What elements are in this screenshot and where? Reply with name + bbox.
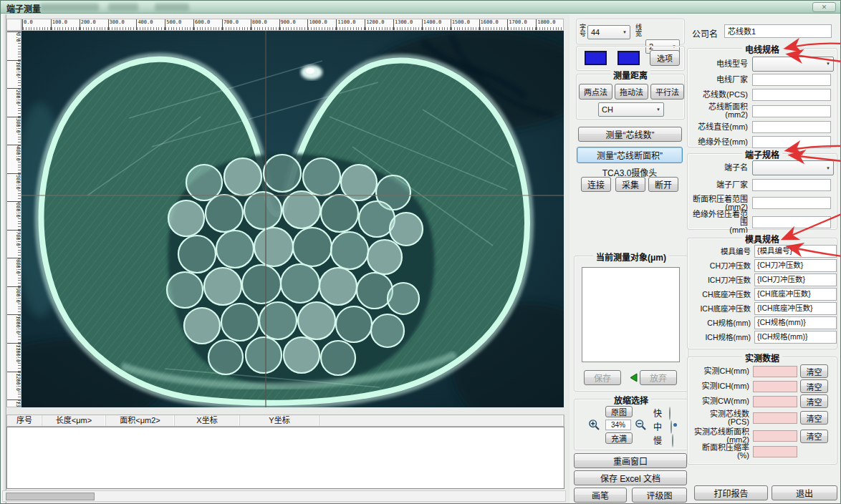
two-point-method-button[interactable]: 两点法	[579, 84, 612, 100]
color-swatch-1[interactable]	[585, 51, 607, 65]
mold-spec-label: 模具编号	[691, 248, 754, 256]
wire-spec-field[interactable]	[752, 74, 831, 86]
wire-spec-rows: 电线型号▼电线厂家芯线数(PCS)芯线断面积 (mm2)芯线直径(mm)绝缘外径…	[691, 55, 835, 149]
measured-field[interactable]	[753, 396, 797, 407]
wire-spec-field[interactable]	[752, 121, 831, 133]
ruler-tick: 200.0	[80, 19, 108, 30]
current-object-title: 当前测量对象(μm)	[593, 251, 669, 263]
save-button[interactable]: 保存	[584, 370, 621, 385]
zoom-in-icon[interactable]	[588, 419, 600, 431]
terminal-spec-field[interactable]	[752, 197, 831, 209]
font-size-dropdown[interactable]: 44 ▼	[587, 25, 630, 39]
measured-field[interactable]	[753, 430, 797, 442]
ruler-tick: 800.0	[251, 19, 279, 30]
results-table-header: 序号长度<μm>面积<μm2>X坐标Y坐标	[6, 415, 564, 427]
chevron-down-icon: ▼	[653, 107, 663, 112]
ruler-tick: 1400.0	[422, 19, 451, 30]
print-report-button[interactable]: 打印报告	[694, 485, 768, 500]
redraw-window-button[interactable]: 重画窗口	[574, 453, 687, 468]
speed-fast-label: 快	[653, 407, 662, 419]
measured-label: 实测CH(mm)	[691, 367, 753, 375]
wire-spec-field[interactable]	[752, 136, 831, 148]
capture-button[interactable]: 采集	[615, 177, 645, 192]
mold-spec-row: ICH规格(mm){ICH规格(mm)}	[691, 330, 835, 344]
terminal-spec-group: 端子规格 端子名▼端子厂家断面积压着范围 (mm2)绝缘外径压着范围 (mm)	[687, 153, 837, 230]
terminal-spec-dropdown[interactable]: ▼	[752, 160, 834, 175]
clear-button[interactable]: 清空	[800, 394, 828, 408]
mold-spec-row: ICH刀冲压数{ICH刀冲压数}	[691, 273, 835, 287]
wire-spec-label: 电线厂家	[691, 76, 752, 84]
exit-button[interactable]: 退出	[772, 485, 837, 500]
mold-spec-field[interactable]: {CH底座冲压数}	[754, 288, 837, 301]
parallel-method-button[interactable]: 平行法	[650, 84, 684, 100]
redacted-text	[155, 4, 189, 11]
grade-image-button[interactable]: 评级图	[632, 488, 687, 503]
close-button[interactable]: ✕	[812, 2, 836, 12]
mold-spec-field[interactable]: {CH刀冲压数}	[754, 259, 837, 272]
original-size-button[interactable]: 原图	[605, 406, 633, 417]
wire-spec-field[interactable]	[752, 89, 831, 101]
ruler-tick: 100.0	[51, 19, 80, 30]
ruler-tick: 300.0	[7, 117, 21, 145]
mold-spec-label: ICH刀冲压数	[691, 276, 754, 284]
save-excel-button[interactable]: 保存 Excel 文档	[574, 470, 687, 485]
clear-button[interactable]: 清空	[800, 379, 828, 393]
ruler-tick: 800.0	[7, 258, 21, 286]
scrollbar-thumb[interactable]	[6, 493, 95, 500]
clear-button[interactable]: 清空	[800, 364, 828, 378]
terminal-spec-field[interactable]	[752, 179, 831, 191]
measure-core-count-button[interactable]: 测量“芯线数”	[578, 127, 682, 142]
clear-button[interactable]: 清空	[800, 411, 828, 425]
measured-field[interactable]	[753, 381, 797, 392]
ruler-tick: 300.0	[108, 19, 137, 30]
mold-spec-field[interactable]: {ICH底座冲压数}	[754, 302, 837, 315]
font-settings-group: 字 号 44 ▼ 线 宽 2 ▼	[576, 19, 685, 44]
microscope-image-area[interactable]	[21, 31, 564, 407]
wire-spec-dropdown[interactable]: ▼	[752, 57, 834, 72]
discard-button[interactable]: 放弃	[640, 370, 677, 385]
zoom-value-field[interactable]: 34%	[605, 420, 631, 430]
mold-spec-title: 模具规格	[742, 233, 782, 245]
zoom-out-icon[interactable]	[635, 419, 647, 431]
green-arrow-icon	[629, 373, 638, 382]
speed-medium-radio[interactable]	[671, 420, 672, 434]
measured-label: 实测CW(mm)	[691, 397, 753, 405]
terminal-spec-field[interactable]	[752, 216, 831, 228]
horizontal-scrollbar[interactable]	[2, 490, 566, 502]
measured-field[interactable]	[753, 366, 797, 377]
pen-button[interactable]: 画笔	[574, 488, 627, 503]
mold-spec-field[interactable]: {CH规格(mm)}	[754, 316, 837, 329]
fit-button[interactable]: 充满	[605, 432, 633, 444]
measure-core-area-button[interactable]: 测量“芯线断面积”	[577, 147, 683, 163]
column-header: 面积<μm2>	[106, 415, 175, 426]
ruler-tick: 900.0	[7, 286, 21, 315]
connect-button[interactable]: 连接	[581, 177, 611, 192]
results-list[interactable]	[6, 427, 564, 489]
current-object-listbox[interactable]	[582, 267, 680, 362]
microscope-image	[21, 31, 564, 407]
measure-distance-group: 测量距离 两点法 拖动法 平行法 CH ▼	[576, 74, 685, 120]
clear-button[interactable]: 清空	[800, 430, 828, 443]
channel-dropdown[interactable]: CH ▼	[598, 102, 664, 117]
measured-row: 实测CH(mm)清空	[691, 364, 835, 379]
mold-spec-field[interactable]: {ICH规格(mm)}	[754, 331, 837, 344]
drag-method-button[interactable]: 拖动法	[615, 84, 648, 100]
mold-spec-field[interactable]: {ICH刀冲压数}	[754, 273, 837, 286]
ruler-tick: 600.0	[193, 19, 222, 30]
column-header: 序号	[7, 415, 42, 426]
measured-field[interactable]	[753, 412, 797, 424]
options-button[interactable]: 选项	[650, 50, 680, 66]
disconnect-button[interactable]: 断开	[648, 177, 678, 192]
color-swatch-2[interactable]	[617, 51, 640, 65]
speed-slow-radio[interactable]	[672, 434, 673, 447]
wire-spec-field[interactable]	[752, 105, 831, 117]
workspace: 0.0100.0200.0300.0400.0500.0600.0700.080…	[1, 14, 570, 504]
wire-spec-label: 绝缘外径(mm)	[691, 138, 752, 146]
mold-spec-field[interactable]: {模具编号}	[754, 245, 837, 258]
company-field[interactable]: 芯线数1	[724, 24, 832, 38]
wire-strands	[167, 155, 423, 375]
measured-field[interactable]	[753, 446, 797, 457]
ruler-tick: 1500.0	[451, 19, 479, 30]
speed-fast-radio[interactable]	[669, 407, 671, 420]
terminal-spec-label: 绝缘外径压着范围 (mm)	[691, 210, 752, 234]
